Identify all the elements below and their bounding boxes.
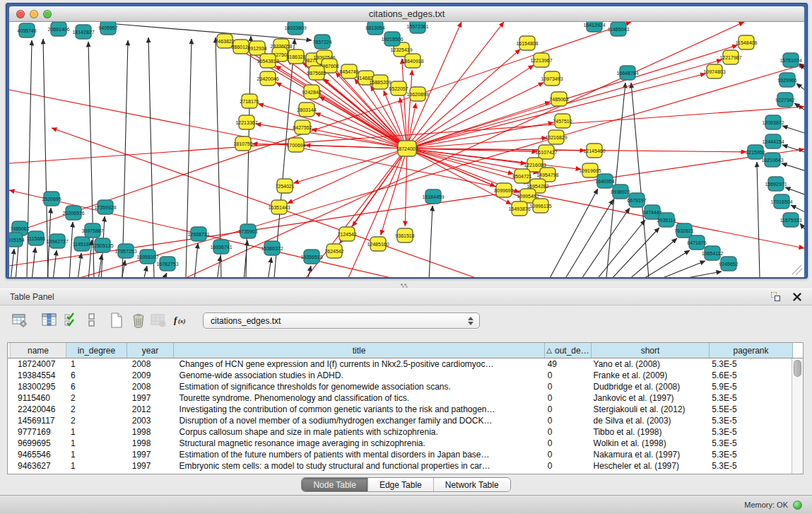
network-node[interactable]: 16936741: [210, 240, 232, 254]
network-node[interactable]: 16543812: [257, 54, 278, 68]
cell-short[interactable]: Franke et al. (2009): [591, 370, 709, 381]
network-node[interactable]: 16033809: [284, 22, 306, 35]
new-document-icon[interactable]: [107, 310, 126, 330]
column-header-in_degree[interactable]: in_degree: [66, 343, 127, 358]
table-row[interactable]: 969969511998Structural magnetic resonanc…: [8, 438, 792, 449]
network-node[interactable]: 16958107: [136, 250, 158, 264]
network-node[interactable]: 15692971: [765, 177, 787, 191]
network-node[interactable]: 11675333: [780, 213, 802, 227]
cell-pagerank[interactable]: 5.3E-5: [708, 392, 792, 404]
network-node[interactable]: 1640954: [595, 174, 614, 188]
network-node[interactable]: 3915154: [9, 233, 25, 247]
network-node[interactable]: 18142827: [72, 25, 94, 39]
network-node[interactable]: 10996135: [529, 199, 551, 213]
close-window-icon[interactable]: [16, 10, 25, 18]
cell-name[interactable]: 9115460: [11, 392, 66, 404]
memory-status-icon[interactable]: [793, 501, 802, 510]
cell-out_de[interactable]: 0: [544, 460, 591, 472]
network-node[interactable]: 16412924: [583, 22, 605, 32]
network-node[interactable]: 20691406: [47, 22, 69, 36]
network-node[interactable]: 8099691: [494, 183, 513, 197]
cell-in_degree[interactable]: 2: [66, 404, 127, 415]
zoom-window-icon[interactable]: [43, 10, 52, 18]
network-node[interactable]: 8813054: [365, 22, 384, 35]
cell-title[interactable]: Structural magnetic resonance image aver…: [174, 438, 544, 449]
network-canvas[interactable]: 1872400774638228860128891293423226058982…: [9, 22, 804, 277]
network-node[interactable]: 9875685: [307, 66, 326, 80]
close-panel-icon[interactable]: [792, 292, 804, 302]
table-row[interactable]: 911546021997Tourette syndrome. Phenomeno…: [8, 392, 792, 404]
network-node[interactable]: 8186328: [286, 49, 305, 64]
cell-title[interactable]: Changes of HCN gene expression and I(f) …: [174, 358, 544, 370]
cell-short[interactable]: de Silva et al. (2003): [591, 415, 709, 426]
network-node[interactable]: 13216829: [545, 130, 567, 144]
cell-in_degree[interactable]: 2: [66, 392, 127, 404]
network-node[interactable]: 8938923: [611, 185, 630, 199]
network-node[interactable]: 15184459: [422, 189, 444, 204]
cell-short[interactable]: Nakamura et al. (1997): [591, 449, 709, 460]
network-node[interactable]: 9242848: [302, 85, 321, 99]
network-node[interactable]: 12485160: [367, 237, 389, 251]
cell-name[interactable]: 9777169: [11, 426, 66, 438]
cell-pagerank[interactable]: 5.6E-5: [708, 370, 792, 381]
network-node[interactable]: 4055748: [17, 23, 36, 37]
network-node[interactable]: 17359928: [94, 200, 116, 214]
cell-pagerank[interactable]: 5.5E-5: [708, 404, 792, 415]
network-node[interactable]: 10654112: [702, 246, 724, 260]
cell-pagerank[interactable]: 5.3E-5: [708, 426, 792, 438]
network-node[interactable]: 1810755: [233, 136, 252, 151]
network-node[interactable]: 1145194: [73, 237, 92, 251]
network-node[interactable]: 15386372: [261, 241, 283, 255]
network-node[interactable]: 2520695: [42, 192, 61, 206]
table-row[interactable]: 946554611997Estimation of the future num…: [8, 449, 792, 460]
cell-out_de[interactable]: 0: [544, 449, 591, 460]
network-node[interactable]: 1700694: [286, 138, 305, 152]
network-node[interactable]: 7254021: [275, 179, 294, 193]
network-node[interactable]: 8860128: [231, 40, 250, 54]
network-node[interactable]: 6679197: [627, 193, 646, 207]
network-node[interactable]: 19218506: [381, 32, 403, 46]
network-node[interactable]: 16351443: [268, 200, 290, 214]
cell-out_de[interactable]: 0: [544, 370, 591, 381]
cell-short[interactable]: Tibbo et al. (1998): [591, 426, 709, 438]
network-node[interactable]: 16154808: [516, 36, 538, 50]
network-node[interactable]: 7857224: [312, 35, 331, 49]
cell-name[interactable]: 18724007: [11, 358, 66, 370]
network-node[interactable]: 16648784: [616, 66, 638, 80]
network-node[interactable]: 9329966: [777, 73, 796, 87]
cell-year[interactable]: 2008: [127, 358, 174, 370]
table-row[interactable]: 1872400712008Changes of HCN gene express…: [8, 358, 792, 370]
network-node[interactable]: 11548408: [736, 35, 758, 49]
network-node[interactable]: 9361518: [395, 228, 414, 243]
network-node[interactable]: 30975887: [81, 223, 103, 238]
cell-title[interactable]: Tourette syndrome. Phenomenology and cla…: [174, 392, 544, 404]
network-node[interactable]: 12213367: [235, 115, 257, 129]
cell-pagerank[interactable]: 5.9E-5: [708, 381, 792, 392]
network-window-titlebar[interactable]: citations_edges.txt: [9, 6, 804, 22]
cell-year[interactable]: 2003: [127, 415, 174, 426]
network-node[interactable]: 7485063: [549, 92, 568, 106]
cell-title[interactable]: Estimation of significance thresholds fo…: [174, 381, 544, 392]
network-node[interactable]: 13942737: [46, 234, 68, 248]
cell-name[interactable]: 9463627: [11, 460, 66, 472]
table-row[interactable]: 1456911722003Disruption of a novel membe…: [8, 415, 792, 426]
cell-pagerank[interactable]: 5.3E-5: [708, 358, 792, 370]
cell-year[interactable]: 2012: [127, 404, 174, 415]
network-node[interactable]: 10973493: [541, 71, 563, 86]
network-node[interactable]: 9227342: [775, 93, 794, 107]
network-node[interactable]: 15572361: [406, 22, 428, 33]
network-node[interactable]: 6522057: [389, 81, 408, 95]
cell-title[interactable]: Embryonic stem cells: a model to study s…: [174, 460, 544, 472]
resize-grip-icon[interactable]: [792, 265, 802, 275]
network-node[interactable]: 19356518: [300, 250, 322, 264]
cell-title[interactable]: Genome-wide association studies in ADHD.: [174, 370, 544, 381]
cell-out_de[interactable]: 0: [544, 392, 591, 404]
network-node[interactable]: 17957253: [114, 244, 136, 258]
column-header-year[interactable]: year: [127, 343, 174, 358]
cell-title[interactable]: Estimation of the future numbers of pati…: [174, 449, 544, 460]
network-node[interactable]: 16107427: [535, 145, 557, 159]
network-node[interactable]: 16210643: [761, 153, 783, 167]
network-node[interactable]: 9735903: [238, 224, 257, 238]
cell-in_degree[interactable]: 1: [66, 449, 127, 460]
cell-name[interactable]: 9465546: [11, 449, 66, 460]
